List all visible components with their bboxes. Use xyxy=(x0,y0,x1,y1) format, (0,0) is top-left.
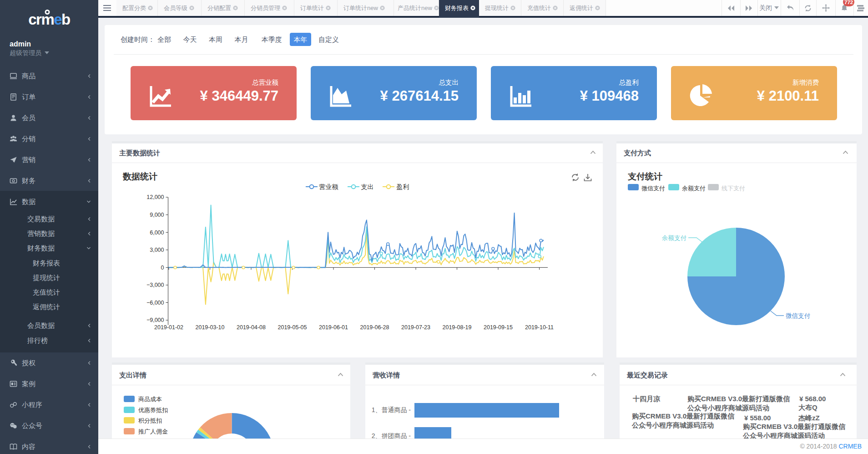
svg-text:2019-08-19: 2019-08-19 xyxy=(443,324,472,331)
svg-text:−9,000: −9,000 xyxy=(146,317,164,323)
svg-text:−3,000: −3,000 xyxy=(146,282,164,288)
svg-text:9,000: 9,000 xyxy=(150,212,164,218)
svg-text:2019-06-28: 2019-06-28 xyxy=(360,324,389,331)
svg-text:2019-10-11: 2019-10-11 xyxy=(525,324,554,331)
svg-text:2019-06-01: 2019-06-01 xyxy=(319,324,348,331)
svg-text:3,000: 3,000 xyxy=(150,247,164,253)
svg-text:2019-07-23: 2019-07-23 xyxy=(401,324,430,331)
svg-text:0: 0 xyxy=(161,265,164,271)
svg-text:2019-05-05: 2019-05-05 xyxy=(278,324,307,331)
svg-text:微信支付: 微信支付 xyxy=(786,312,811,319)
svg-text:2019-04-08: 2019-04-08 xyxy=(237,324,266,331)
svg-text:−6,000: −6,000 xyxy=(146,300,164,306)
svg-text:2019-01-02: 2019-01-02 xyxy=(154,324,183,331)
svg-text:12,000: 12,000 xyxy=(146,194,164,200)
svg-text:余额支付: 余额支付 xyxy=(662,235,687,241)
svg-text:2019-03-10: 2019-03-10 xyxy=(196,324,225,331)
svg-text:2019-09-15: 2019-09-15 xyxy=(484,324,513,331)
svg-text:6,000: 6,000 xyxy=(150,230,164,236)
